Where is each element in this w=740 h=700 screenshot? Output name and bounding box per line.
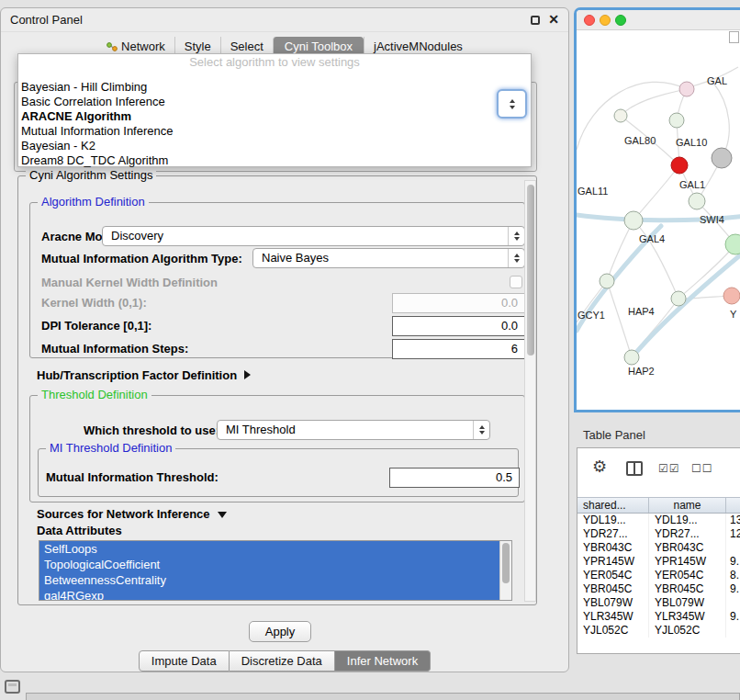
aracne-mode-value: Discovery <box>111 229 163 243</box>
table-row[interactable]: YER054CYER054C8. <box>577 569 740 582</box>
cyni-algorithm-settings-group: Cyni Algorithm Settings Algorithm Defini… <box>17 175 537 605</box>
table-row[interactable]: YPR145WYPR145W9. <box>577 555 740 569</box>
attributes-scrollbar[interactable] <box>499 541 511 600</box>
network-view-window: GAL GAL80 GAL10 GAL11 GAL1 SWI4 GAL4 GCY… <box>574 7 740 412</box>
select-all-checkboxes-icon[interactable]: ☑☑ <box>658 462 680 475</box>
settings-scrollbar[interactable] <box>524 180 536 602</box>
cell-extra: 8. <box>726 569 740 582</box>
dpi-tolerance-label: DPI Tolerance [0,1]: <box>41 319 151 333</box>
network-node[interactable] <box>624 350 639 365</box>
mi-algorithm-type-select[interactable]: Naive Bayes <box>252 248 525 268</box>
node-label[interactable]: GAL1 <box>679 179 705 190</box>
node-label[interactable]: GAL10 <box>676 137 707 148</box>
table-row[interactable]: YBL079WYBL079W <box>577 596 740 610</box>
tab-infer-network[interactable]: Infer Network <box>335 650 431 672</box>
column-selector-icon[interactable] <box>626 461 643 476</box>
network-node[interactable] <box>669 113 684 128</box>
combo-arrows-icon <box>508 249 524 267</box>
network-window-titlebar[interactable] <box>577 10 740 30</box>
cell-name: YLR345W <box>649 610 726 624</box>
float-window-icon[interactable] <box>531 16 540 25</box>
mi-threshold-input[interactable]: 0.5 <box>389 468 520 488</box>
close-traffic-light-icon[interactable] <box>584 15 595 26</box>
minimize-traffic-light-icon[interactable] <box>600 15 611 26</box>
table-panel-window: ⚙ ☑☑ ☐☐ shared... name YDL19...YDL19...1… <box>577 447 740 654</box>
node-label[interactable]: HAP4 <box>628 306 655 317</box>
which-threshold-select[interactable]: MI Threshold <box>217 420 490 440</box>
hub-section-toggle[interactable]: Hub/Transcription Factor Definition <box>37 368 251 382</box>
network-node[interactable] <box>614 109 627 122</box>
attribute-item-selected[interactable]: gal4RGexp <box>39 588 501 601</box>
gear-icon[interactable]: ⚙ <box>592 457 607 477</box>
cell-name: YDR27... <box>649 527 726 541</box>
node-label[interactable]: Y <box>730 309 736 320</box>
algorithm-option[interactable]: Mutual Information Inference <box>18 124 531 139</box>
deselect-all-checkboxes-icon[interactable]: ☐☐ <box>691 462 713 475</box>
table-row[interactable]: YDR27...YDR27...12 <box>577 527 740 541</box>
cell-shared-name: YER054C <box>577 569 649 582</box>
network-node[interactable] <box>723 288 740 304</box>
desktop: Control Panel ✕ Network Style Select Cyn… <box>0 0 740 700</box>
close-window-icon[interactable]: ✕ <box>548 12 559 27</box>
dpi-tolerance-input[interactable]: 0.0 <box>392 316 525 336</box>
table-header: shared... name <box>577 497 740 514</box>
cell-shared-name: YBL079W <box>577 596 649 610</box>
algorithm-option-selected[interactable]: ARACNE Algorithm <box>18 109 531 124</box>
node-label[interactable]: GCY1 <box>577 310 605 321</box>
network-node[interactable] <box>689 193 705 209</box>
tab-impute-data[interactable]: Impute Data <box>139 650 230 672</box>
cyni-mode-tabs: Impute Data Discretize Data Infer Networ… <box>1 650 568 672</box>
column-header-name[interactable]: name <box>649 498 726 513</box>
node-label[interactable]: GAL4 <box>639 233 665 244</box>
network-node[interactable] <box>725 234 740 254</box>
apply-button[interactable]: Apply <box>249 621 311 642</box>
hub-section-label: Hub/Transcription Factor Definition <box>37 368 237 382</box>
network-node[interactable] <box>712 148 732 168</box>
network-node[interactable] <box>600 274 614 288</box>
table-row[interactable]: YJL052CYJL052C <box>577 624 740 638</box>
column-header-shared-name[interactable]: shared... <box>577 498 649 513</box>
zoom-traffic-light-icon[interactable] <box>615 15 626 26</box>
table-row[interactable]: YBR043CYBR043C <box>577 541 740 555</box>
kernel-width-input[interactable]: 0.0 <box>392 293 525 313</box>
sources-section-toggle[interactable]: Sources for Network Inference <box>37 507 227 521</box>
control-panel-titlebar: Control Panel ✕ <box>1 8 568 32</box>
node-label[interactable]: GAL80 <box>624 135 656 146</box>
table-row[interactable]: YLR345WYLR345W9. <box>577 610 740 624</box>
algorithm-option[interactable]: Dream8 DC_TDC Algorithm <box>18 153 531 168</box>
network-canvas[interactable]: GAL GAL80 GAL10 GAL11 GAL1 SWI4 GAL4 GCY… <box>577 30 740 410</box>
node-label[interactable]: HAP2 <box>628 366 655 377</box>
aracne-mode-select[interactable]: Discovery <box>102 226 525 246</box>
settings-scrollbar-thumb[interactable] <box>527 185 534 356</box>
algorithm-option[interactable]: Bayesian - Hill Climbing <box>18 80 531 95</box>
attribute-item-selected[interactable]: BetweennessCentrality <box>39 572 501 588</box>
algorithm-option[interactable]: Bayesian - K2 <box>18 139 531 153</box>
algorithm-combobox-stepper[interactable] <box>497 89 527 119</box>
network-node[interactable] <box>679 82 694 96</box>
network-node[interactable] <box>671 291 686 306</box>
column-header-partial[interactable] <box>726 498 740 513</box>
attribute-item-selected[interactable]: TopologicalCoefficient <box>39 557 501 572</box>
network-node[interactable] <box>671 157 688 174</box>
algorithm-option[interactable]: Basic Correlation Inference <box>18 95 531 109</box>
cell-extra <box>726 624 740 638</box>
manual-kernel-width-checkbox[interactable] <box>510 276 522 288</box>
minimized-panel-icon[interactable] <box>5 680 20 694</box>
node-label[interactable]: GAL11 <box>577 186 608 197</box>
cell-extra <box>726 596 740 610</box>
mi-steps-input[interactable]: 6 <box>392 339 525 359</box>
cell-shared-name: YLR345W <box>577 610 649 624</box>
node-label[interactable]: SWI4 <box>700 214 724 225</box>
table-row[interactable]: YDL19...YDL19...13 <box>577 514 740 527</box>
attributes-scrollbar-thumb[interactable] <box>502 543 510 583</box>
node-label[interactable]: GAL <box>707 75 727 86</box>
algorithm-definition-title: Algorithm Definition <box>38 195 149 209</box>
attribute-item-selected[interactable]: SelfLoops <box>39 541 501 557</box>
cell-name: YER054C <box>649 569 726 582</box>
network-node[interactable] <box>624 211 643 230</box>
cell-name: YBR045C <box>649 582 726 596</box>
tab-discretize-data[interactable]: Discretize Data <box>230 650 335 672</box>
algorithm-popup-placeholder: Select algorithm to view settings <box>18 54 531 71</box>
network-scrollbar-stub[interactable] <box>729 31 739 43</box>
table-row[interactable]: YBR045CYBR045C9. <box>577 582 740 596</box>
